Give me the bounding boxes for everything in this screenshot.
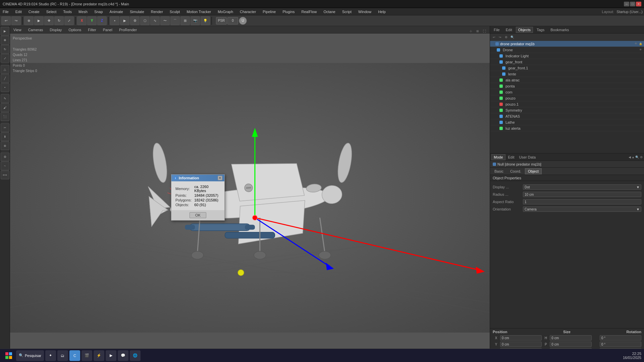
tree-item-symmetry[interactable]: Symmetry [490, 107, 644, 113]
tool-paint[interactable]: 🖌 [1, 103, 9, 112]
menu-sculpt[interactable]: Sculpt [168, 10, 181, 14]
rotate-button[interactable]: ↻ [54, 16, 64, 25]
tree-icon-visible[interactable]: 👁 [634, 42, 638, 46]
menu-octane[interactable]: Octane [322, 10, 336, 14]
psubtab-coord[interactable]: Coord. [507, 168, 524, 174]
menu-help[interactable]: Help [377, 10, 387, 14]
size-x-input[interactable]: 0 cm [550, 335, 591, 341]
menu-snap[interactable]: Snap [93, 10, 104, 14]
tool-loop-cut[interactable]: ⊕ [1, 141, 9, 150]
tool-texture[interactable]: ⬛ [1, 112, 9, 121]
prop-display-dropdown[interactable]: Dot ▼ [523, 184, 641, 190]
menu-pipeline[interactable]: Pipeline [261, 10, 277, 14]
size-y-input[interactable]: 0 cm [550, 342, 591, 347]
new-object-button[interactable]: ⊕ [24, 16, 34, 25]
x-axis-button[interactable]: X [77, 16, 87, 25]
tool-rotate[interactable]: ↻ [1, 45, 9, 54]
tool-brush[interactable]: ✎ [1, 94, 9, 103]
tree-item-pouzo[interactable]: pouzo [490, 95, 644, 101]
menu-edit[interactable]: Edit [14, 10, 23, 14]
viewport-canvas[interactable]: Perspective Triangles 80962 Quads 12 Lin… [10, 34, 490, 362]
tool-extrude[interactable]: ⬆ [1, 132, 9, 141]
menu-motion-tracker[interactable]: Motion Tracker [185, 10, 212, 14]
tool-spline[interactable]: ~ [1, 162, 9, 170]
tool-move[interactable]: ✥ [1, 36, 9, 45]
maximize-button[interactable]: □ [630, 2, 635, 6]
vtab-options[interactable]: Options [66, 27, 83, 33]
psubtab-object[interactable]: Object [525, 168, 542, 174]
info-dialog-ok-button[interactable]: OK [190, 212, 206, 218]
cube-button[interactable]: ▪ [110, 16, 119, 25]
taskbar-app3[interactable]: ▶ [106, 350, 116, 361]
menu-tools[interactable]: Tools [62, 10, 73, 14]
close-button[interactable]: ✕ [636, 2, 641, 6]
vtab-display[interactable]: Display [48, 27, 64, 33]
menu-mograph[interactable]: MoGraph [216, 10, 234, 14]
tree-item-lathe[interactable]: Lathe [490, 119, 644, 125]
menu-plugins[interactable]: Plugins [281, 10, 296, 14]
vtab-filter[interactable]: Filter [86, 27, 98, 33]
object-button[interactable]: ⬡ [140, 16, 150, 25]
rot-y-input[interactable]: 0 ° [600, 342, 641, 347]
tree-item-luz[interactable]: luz alerta [490, 125, 644, 131]
pos-y-input[interactable]: 0 cm [500, 342, 542, 347]
menu-window[interactable]: Window [357, 10, 373, 14]
vtab-cameras[interactable]: Cameras [26, 27, 45, 33]
rt-icon-search[interactable]: 🔍 [509, 35, 515, 40]
select-button[interactable]: ▶ [34, 16, 44, 25]
render-button[interactable]: ▶ [120, 16, 129, 25]
minimize-button[interactable]: ─ [624, 2, 629, 6]
ptab-mode[interactable]: Mode [491, 154, 505, 160]
rot-x-input[interactable]: 0 ° [600, 335, 641, 341]
tree-item-lente[interactable]: lente [490, 71, 644, 77]
nurbs-button[interactable]: ⌒ [170, 16, 180, 25]
rtab-objects[interactable]: Objects [516, 27, 533, 33]
y-axis-button[interactable]: Y [87, 16, 97, 25]
taskbar-explorer[interactable]: 🗂 [57, 350, 68, 361]
tree-item-ponta[interactable]: ponta [490, 83, 644, 89]
tree-item-pouzo1[interactable]: pouzo.1 [490, 101, 644, 107]
vtab-panel[interactable]: Panel [101, 27, 114, 33]
redo-button[interactable]: ↪ [11, 16, 21, 25]
scale-button[interactable]: ⤢ [64, 16, 74, 25]
menu-render[interactable]: Render [150, 10, 164, 14]
undo-button[interactable]: ↩ [1, 16, 11, 25]
rtab-edit[interactable]: Edit [503, 27, 515, 33]
rtab-bookmarks[interactable]: Bookmarks [548, 27, 571, 33]
taskbar-app4[interactable]: 💬 [118, 350, 128, 361]
tree-item-drone[interactable]: Drone 👁 [490, 47, 644, 53]
viewport-icon-2[interactable]: ⊞ [475, 28, 480, 34]
tool-polygon[interactable]: △ [1, 65, 9, 74]
tool-point[interactable]: • [1, 83, 9, 92]
tool-mirror[interactable]: ⟺ [1, 171, 9, 179]
tool-magnet[interactable]: ⚙ [1, 153, 9, 161]
tree-item-atenas[interactable]: ATENAS [490, 113, 644, 119]
user-icon-button[interactable]: U [239, 17, 247, 25]
vtab-prorender[interactable]: ProRender [117, 27, 139, 33]
menu-mesh[interactable]: Mesh [77, 10, 89, 14]
prop-aspect-value[interactable]: 1 [523, 199, 641, 204]
menu-script[interactable]: Script [341, 10, 353, 14]
render-settings-button[interactable]: ⚙ [130, 16, 140, 25]
prop-orientation-dropdown[interactable]: Camera ▼ [523, 206, 641, 212]
move-button[interactable]: ✥ [44, 16, 54, 25]
rt-icon-3[interactable]: ⚙ [503, 35, 509, 40]
tool-edge[interactable]: ╱ [1, 74, 9, 83]
viewport-icon-1[interactable]: ⊹ [468, 28, 474, 34]
taskbar-app2[interactable]: ⚡ [94, 350, 104, 361]
light-button[interactable]: 💡 [201, 16, 210, 25]
prop-radius-value[interactable]: 10 cm [523, 192, 641, 197]
rt-icon-2[interactable]: ↪ [497, 35, 503, 40]
pos-x-input[interactable]: 0 cm [500, 335, 542, 341]
camera-button[interactable]: 📷 [191, 16, 200, 25]
taskbar-chrome[interactable]: C [69, 350, 80, 361]
vtab-view[interactable]: View [11, 27, 23, 33]
tree-icon-lock[interactable]: 🔒 [639, 42, 643, 46]
taskbar-app5[interactable]: 🌐 [130, 350, 141, 361]
viewport-icon-full[interactable]: ⛶ [482, 28, 487, 34]
tree-item-ala[interactable]: ala atrac [490, 77, 644, 83]
array-button[interactable]: ⊞ [180, 16, 190, 25]
menu-character[interactable]: Character [238, 10, 257, 14]
tool-select[interactable]: ▶ [1, 27, 9, 36]
tool-knife[interactable]: ✂ [1, 123, 9, 132]
